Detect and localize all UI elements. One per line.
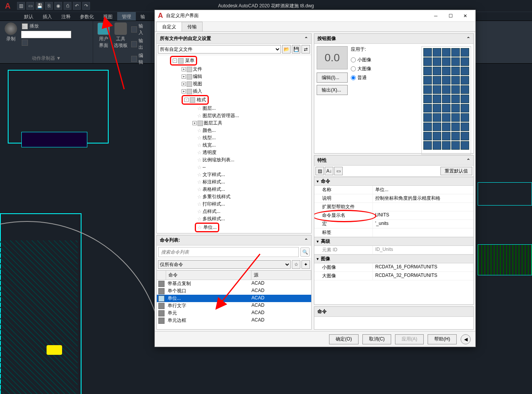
expand-button[interactable]: ◀ <box>461 334 471 344</box>
command-search-input[interactable] <box>158 247 299 257</box>
icon-cell[interactable] <box>451 141 460 150</box>
qat-web-icon[interactable]: ◉ <box>54 2 62 10</box>
tree-file[interactable]: 文件 <box>193 66 202 73</box>
panel-dropdown-icon[interactable]: ▼ <box>56 55 61 61</box>
icon-cell[interactable] <box>433 67 441 75</box>
menu-output[interactable]: 输 <box>136 12 150 21</box>
qat-saveas-icon[interactable]: ⎘ <box>45 2 53 10</box>
cancel-button[interactable]: 取消(C) <box>362 334 392 344</box>
icon-cell[interactable] <box>423 113 432 122</box>
icon-cell[interactable] <box>423 141 432 150</box>
qat-undo-icon[interactable]: ↶ <box>73 2 81 10</box>
open-file-icon[interactable]: 📂 <box>282 45 291 54</box>
prop-limg-v[interactable]: RCDATA_32_FORMATUNITS <box>373 272 473 280</box>
icon-cell[interactable] <box>423 57 432 66</box>
alpha-view-icon[interactable]: A↓ <box>325 167 333 175</box>
prop-tag-v[interactable] <box>373 228 473 237</box>
icon-cell[interactable] <box>433 141 441 150</box>
icon-cell[interactable] <box>451 132 460 140</box>
minimize-button[interactable]: ─ <box>429 11 443 21</box>
icon-cell[interactable] <box>451 113 460 122</box>
qat-save-icon[interactable]: 💾 <box>36 2 43 10</box>
menu-manage[interactable]: 管理 <box>117 12 136 21</box>
reset-defaults-button[interactable]: 重置默认值 <box>440 167 472 175</box>
icon-cell[interactable] <box>451 57 460 66</box>
ok-button[interactable]: 确定(O) <box>329 334 358 344</box>
icon-cell[interactable] <box>451 104 460 112</box>
menu-annotate[interactable]: 注释 <box>57 12 75 21</box>
category-view-icon[interactable]: ▤ <box>315 167 324 175</box>
import-button[interactable]: 输入 <box>130 22 148 36</box>
tree-menu[interactable]: 菜单 <box>185 57 194 64</box>
qat-redo-icon[interactable]: ↷ <box>82 2 90 10</box>
icon-cell[interactable] <box>461 95 469 103</box>
collapse-icon[interactable]: ⌃ <box>466 36 470 41</box>
cmd-row[interactable]: 单元ACAD <box>157 309 311 317</box>
icon-cell[interactable] <box>451 95 460 103</box>
icon-cell[interactable] <box>442 57 451 66</box>
icon-cell[interactable] <box>433 113 441 122</box>
prop-macro-v[interactable]: '_units <box>373 220 473 228</box>
icon-cell[interactable] <box>423 76 432 85</box>
prop-name-v[interactable]: 单位... <box>373 186 473 194</box>
custom-files-select[interactable]: 所有自定义文件 <box>158 45 281 54</box>
icon-cell[interactable] <box>433 95 441 103</box>
cmd-row[interactable]: 单行文字ACAD <box>157 302 311 309</box>
tree-scale-list[interactable]: 比例缩放列表... <box>203 156 234 164</box>
menu-parametric[interactable]: 参数化 <box>75 12 99 21</box>
tree-format[interactable]: 格式 <box>197 96 206 104</box>
customization-tree[interactable]: - 菜单 +文件 +编辑 +视图 +插入 - 格式 ☆图层... ☆图层状态管理… <box>157 55 311 233</box>
icon-cell[interactable] <box>451 48 460 57</box>
tree-view[interactable]: 视图 <box>193 80 202 88</box>
qat-new-icon[interactable]: ▥ <box>17 2 25 10</box>
icon-cell[interactable] <box>442 67 451 75</box>
edit-image-button[interactable]: 编辑(I)... <box>317 73 348 83</box>
icon-cell[interactable] <box>433 123 441 131</box>
command-list[interactable]: 命令源 带基点复制ACAD 单个视口ACAD 单位...ACAD 单行文字ACA… <box>157 270 311 329</box>
dialog-titlebar[interactable]: A 自定义用户界面 ─ ☐ ✕ <box>155 10 475 22</box>
apply-button[interactable]: 应用(A) <box>395 334 424 344</box>
icon-cell[interactable] <box>442 141 451 150</box>
drawing-area[interactable] <box>0 66 155 394</box>
tab-transfer[interactable]: 传输 <box>182 22 203 31</box>
tree-layer-state[interactable]: 图层状态管理器... <box>203 112 239 119</box>
tree-plotstyle[interactable]: 打印样式... <box>203 200 225 208</box>
icon-cell[interactable] <box>442 95 451 103</box>
cmd-row-selected[interactable]: 单位...ACAD <box>157 295 311 302</box>
tree-edit[interactable]: 编辑 <box>193 73 202 80</box>
icon-cell[interactable] <box>433 57 441 66</box>
menu-view[interactable]: 视图 <box>99 12 117 21</box>
cui-button[interactable]: 用户 界面 <box>96 22 111 49</box>
prop-help-v[interactable] <box>373 203 473 211</box>
icon-cell[interactable] <box>451 85 460 94</box>
chevron-down-icon[interactable]: ▾ <box>317 179 319 183</box>
tree-units[interactable]: 单位... <box>203 224 217 231</box>
tree-linetype[interactable]: 线型... <box>203 134 216 142</box>
icon-cell[interactable] <box>433 104 441 112</box>
collapse-icon[interactable]: ⌃ <box>304 36 308 41</box>
menu-default[interactable]: 默认 <box>19 12 38 21</box>
prop-simg-v[interactable]: RCDATA_16_FORMATUNITS <box>373 263 473 271</box>
prop-dispname-v[interactable]: UNITS <box>373 211 473 219</box>
action-name-input[interactable] <box>21 31 71 38</box>
icon-cell[interactable] <box>442 48 451 57</box>
icon-cell[interactable] <box>461 85 469 94</box>
prop-desc-v[interactable]: 控制坐标和角度的显示精度和格 <box>373 194 473 202</box>
icon-cell[interactable] <box>423 67 432 75</box>
search-icon[interactable]: 🔍 <box>300 247 310 257</box>
property-grid[interactable]: ▾命令 名称单位... 说明控制坐标和角度的显示精度和格 扩展型帮助文件 命令显… <box>314 177 473 280</box>
collapse-icon[interactable]: ⌃ <box>304 238 308 243</box>
sync-icon[interactable]: ⇄ <box>302 45 310 54</box>
chevron-down-icon[interactable]: ▾ <box>317 239 319 244</box>
tree-mlinestyle[interactable]: 多线样式... <box>203 215 225 223</box>
props-icon[interactable]: ▭ <box>334 167 343 175</box>
tree-insert[interactable]: 插入 <box>193 88 202 95</box>
icon-cell[interactable] <box>461 67 469 75</box>
menu-insert[interactable]: 插入 <box>38 12 57 21</box>
icon-cell[interactable] <box>461 113 469 122</box>
tree-tablestyle[interactable]: 表格样式... <box>203 186 225 193</box>
icon-cell[interactable] <box>442 104 451 112</box>
command-filter-select[interactable]: 仅所有命令 <box>158 260 291 269</box>
tree-lineweight[interactable]: 线宽... <box>203 142 216 149</box>
filter-icon[interactable]: ☆ <box>292 260 300 269</box>
